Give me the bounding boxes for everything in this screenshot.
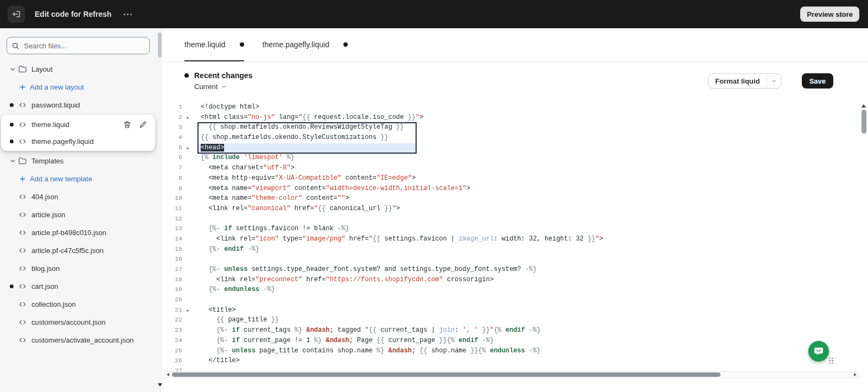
file-item[interactable]: customers/activate_account.json <box>2 332 154 348</box>
line-number: 3 <box>163 122 190 132</box>
line-number: 18 <box>163 275 190 285</box>
code-file-icon <box>18 300 27 309</box>
line-number: 15 <box>163 244 190 255</box>
code-line[interactable]: {{ page_title }} <box>163 315 859 325</box>
code-line[interactable]: {%- unless page_title contains shop.name… <box>163 346 859 356</box>
drag-handle-icon[interactable] <box>829 358 833 364</box>
page-title: Edit code for Refresh <box>35 10 112 18</box>
exit-button[interactable] <box>8 5 25 23</box>
top-bar: Edit code for Refresh Preview store <box>0 0 868 28</box>
exit-icon <box>11 9 21 19</box>
save-button[interactable]: Save <box>802 73 833 88</box>
chevron-down-icon <box>9 157 16 165</box>
line-number: 6 <box>163 153 190 163</box>
line-number: 14 <box>163 234 190 244</box>
code-line[interactable]: {% include 'limespot' %} <box>163 153 859 163</box>
code-line[interactable]: <link rel="icon" type="image/png" href="… <box>163 234 859 244</box>
code-line[interactable]: {%- unless settings.type_header_font.sys… <box>163 264 859 275</box>
code-line[interactable]: <meta name="viewport" content="width=dev… <box>163 184 859 194</box>
preview-store-button[interactable]: Preview store <box>800 7 859 22</box>
add-link[interactable]: Add a new template <box>2 170 154 187</box>
code-line[interactable]: {%- endunless -%} <box>163 284 859 295</box>
unsaved-dot-icon <box>10 140 14 143</box>
file-item[interactable]: 404.json <box>2 188 154 205</box>
code-line[interactable]: <meta name="theme-color" content=""> <box>163 193 859 204</box>
sidebar-scrollbar-thumb[interactable] <box>158 33 162 58</box>
horizontal-scrollbar[interactable] <box>164 371 859 378</box>
selected-file-card: theme.liquidtheme.pagefly.liquid <box>1 115 155 151</box>
code-line[interactable] <box>163 214 859 224</box>
editor-tab[interactable]: theme.pagefly.liquid <box>263 28 348 61</box>
pencil-icon[interactable] <box>138 120 148 129</box>
sidebar-scroll-down-arrow[interactable] <box>158 383 162 387</box>
file-item[interactable]: blog.json <box>2 260 154 276</box>
format-liquid-caret[interactable] <box>767 74 781 88</box>
file-item[interactable]: customers/account.json <box>2 314 154 330</box>
chevron-down-icon <box>9 66 16 73</box>
add-link[interactable]: Add a new layout <box>2 79 154 95</box>
code-file-icon <box>18 282 27 291</box>
code-line[interactable]: <link rel="canonical" href="{{ canonical… <box>163 204 859 214</box>
file-item[interactable]: cart.json <box>2 278 154 294</box>
folder-row[interactable]: Templates <box>2 153 154 169</box>
file-sidebar: LayoutAdd a new layoutpassword.liquidthe… <box>0 28 163 392</box>
file-item[interactable]: article.pf-c47c5f5c.json <box>2 242 154 258</box>
version-dropdown[interactable]: Current <box>194 83 252 91</box>
line-number: 23 <box>163 325 190 336</box>
code-line[interactable]: <html class="no-js" lang="{{ request.loc… <box>163 112 859 123</box>
editor-tab[interactable]: theme.liquid <box>184 28 244 61</box>
code-line[interactable] <box>163 295 859 305</box>
scroll-left-arrow[interactable] <box>167 373 169 376</box>
code-file-icon <box>18 100 27 110</box>
plus-icon <box>18 83 27 91</box>
recent-changes-title: Recent changes <box>184 71 252 80</box>
folder-icon <box>18 65 27 74</box>
line-number: 25 <box>163 346 190 356</box>
code-line[interactable]: <meta http-equiv="X-UA-Compatible" conte… <box>163 173 859 184</box>
code-line[interactable]: {{ shop.metafields.okendo.ReviewsWidgetS… <box>163 122 859 132</box>
code-line[interactable]: <head> <box>163 143 859 153</box>
vertical-scrollbar[interactable] <box>860 104 867 369</box>
code-line[interactable]: <meta charset="utf-8"> <box>163 163 859 173</box>
code-line[interactable]: </title> <box>163 356 859 366</box>
file-item[interactable]: article.pf-b498c010.json <box>2 224 154 241</box>
code-lines[interactable]: <!doctype html><html class="no-js" lang=… <box>163 102 859 376</box>
format-liquid-button[interactable]: Format liquid <box>708 73 781 88</box>
code-editor[interactable]: 12▾345▾6789101112131415161718192021▾2223… <box>163 100 868 392</box>
code-line[interactable]: {%- if current_tags %} &ndash; tagged "{… <box>163 325 859 336</box>
vertical-scrollbar-thumb[interactable] <box>861 110 866 134</box>
code-line[interactable]: {%- endif -%} <box>163 244 859 255</box>
horizontal-scrollbar-thumb[interactable] <box>172 372 720 377</box>
file-item[interactable]: theme.pagefly.liquid <box>2 133 154 149</box>
file-item[interactable]: password.liquid <box>2 97 154 113</box>
code-line[interactable]: <!doctype html> <box>163 102 859 112</box>
trash-icon[interactable] <box>123 120 132 129</box>
file-item[interactable]: article.json <box>2 206 154 223</box>
file-item[interactable]: collection.json <box>2 296 154 312</box>
chat-widget-button[interactable] <box>808 341 829 362</box>
scroll-up-arrow[interactable] <box>861 104 866 108</box>
code-line[interactable] <box>163 254 859 264</box>
code-file-icon <box>18 192 27 201</box>
unsaved-dot-icon <box>10 103 14 107</box>
recent-changes-block: Recent changes Current <box>184 71 252 91</box>
line-number: 26 <box>163 356 190 366</box>
tab-bar: theme.liquidtheme.pagefly.liquid <box>163 28 868 62</box>
line-number: 22 <box>163 315 190 325</box>
sidebar-scrollbar[interactable] <box>157 33 162 378</box>
chat-icon <box>813 346 824 357</box>
scroll-right-arrow[interactable] <box>854 373 857 376</box>
line-number: 5▾ <box>163 143 190 153</box>
code-line[interactable]: <title> <box>163 305 859 315</box>
code-line[interactable]: {{ shop.metafields.okendo.StyleCustomiza… <box>163 132 859 143</box>
file-item[interactable]: theme.liquid <box>2 116 154 132</box>
code-line[interactable]: {%- if settings.favicon != blank -%} <box>163 224 859 234</box>
code-line[interactable]: <link rel="preconnect" href="https://fon… <box>163 275 859 285</box>
file-actions <box>123 120 154 129</box>
more-menu-button[interactable] <box>120 9 135 20</box>
code-file-icon <box>18 336 27 345</box>
line-number: 9 <box>163 184 190 194</box>
code-line[interactable]: {%- if current_page != 1 %} &ndash; Page… <box>163 336 859 346</box>
search-input[interactable] <box>23 41 145 50</box>
folder-row[interactable]: Layout <box>2 61 154 77</box>
